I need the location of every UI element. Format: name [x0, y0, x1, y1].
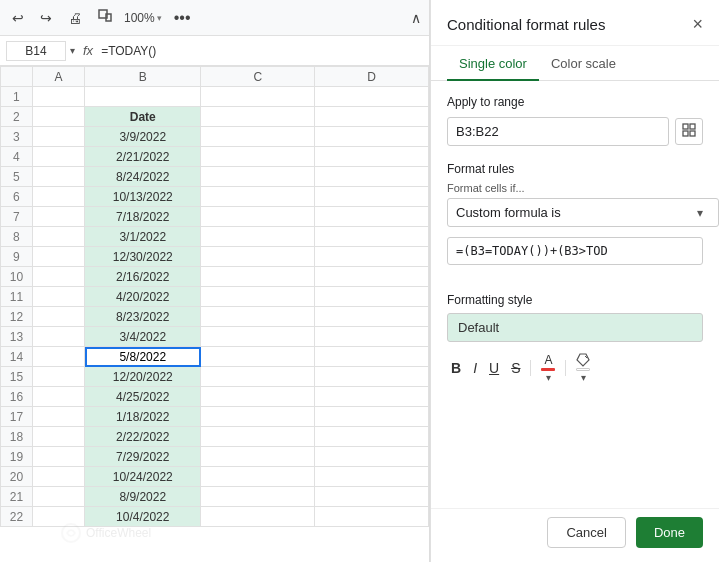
- cell-a[interactable]: [32, 347, 84, 367]
- cell-c[interactable]: [201, 367, 315, 387]
- cell-b[interactable]: Date: [85, 107, 201, 127]
- cell-c[interactable]: [201, 87, 315, 107]
- cell-c[interactable]: [201, 287, 315, 307]
- cell-a[interactable]: [32, 267, 84, 287]
- cell-c[interactable]: [201, 147, 315, 167]
- cell-b[interactable]: 1/18/2022: [85, 407, 201, 427]
- font-color-button[interactable]: A ▾: [537, 352, 559, 384]
- paint-format-button[interactable]: [94, 7, 116, 28]
- cell-a[interactable]: [32, 107, 84, 127]
- cell-d[interactable]: [315, 407, 429, 427]
- print-button[interactable]: 🖨: [64, 8, 86, 28]
- col-header-a[interactable]: A: [32, 67, 84, 87]
- redo-button[interactable]: ↪: [36, 8, 56, 28]
- undo-button[interactable]: ↩: [8, 8, 28, 28]
- cell-d[interactable]: [315, 227, 429, 247]
- cell-d[interactable]: [315, 447, 429, 467]
- cell-b[interactable]: 4/20/2022: [85, 287, 201, 307]
- done-button[interactable]: Done: [636, 517, 703, 548]
- cell-c[interactable]: [201, 387, 315, 407]
- cell-c[interactable]: [201, 187, 315, 207]
- cell-d[interactable]: [315, 127, 429, 147]
- cell-a[interactable]: [32, 87, 84, 107]
- range-input[interactable]: [447, 117, 669, 146]
- cell-d[interactable]: [315, 327, 429, 347]
- cell-d[interactable]: [315, 247, 429, 267]
- tab-single-color[interactable]: Single color: [447, 46, 539, 81]
- collapse-button[interactable]: ∧: [411, 10, 421, 26]
- cell-a[interactable]: [32, 147, 84, 167]
- cell-c[interactable]: [201, 427, 315, 447]
- bold-button[interactable]: B: [447, 358, 465, 378]
- cell-d[interactable]: [315, 387, 429, 407]
- cell-a[interactable]: [32, 427, 84, 447]
- zoom-control[interactable]: 100% ▾: [124, 11, 162, 25]
- cell-a[interactable]: [32, 307, 84, 327]
- col-header-c[interactable]: C: [201, 67, 315, 87]
- cell-d[interactable]: [315, 107, 429, 127]
- cell-b[interactable]: 2/21/2022: [85, 147, 201, 167]
- cell-d[interactable]: [315, 487, 429, 507]
- cell-d[interactable]: [315, 267, 429, 287]
- cell-d[interactable]: [315, 467, 429, 487]
- cell-c[interactable]: [201, 167, 315, 187]
- cell-d[interactable]: [315, 347, 429, 367]
- cell-a[interactable]: [32, 187, 84, 207]
- strikethrough-button[interactable]: S: [507, 358, 524, 378]
- cell-a[interactable]: [32, 207, 84, 227]
- cell-c[interactable]: [201, 127, 315, 147]
- cell-b[interactable]: 3/4/2022: [85, 327, 201, 347]
- cell-c[interactable]: [201, 107, 315, 127]
- cell-a[interactable]: [32, 247, 84, 267]
- cell-b[interactable]: 3/9/2022: [85, 127, 201, 147]
- cell-a[interactable]: [32, 447, 84, 467]
- cell-d[interactable]: [315, 207, 429, 227]
- cell-a[interactable]: [32, 487, 84, 507]
- cell-a[interactable]: [32, 467, 84, 487]
- col-header-d[interactable]: D: [315, 67, 429, 87]
- cell-c[interactable]: [201, 407, 315, 427]
- cell-d[interactable]: [315, 287, 429, 307]
- cell-a[interactable]: [32, 367, 84, 387]
- cell-c[interactable]: [201, 227, 315, 247]
- fill-color-button[interactable]: ▾: [572, 352, 594, 384]
- tab-color-scale[interactable]: Color scale: [539, 46, 628, 81]
- cell-b[interactable]: 12/20/2022: [85, 367, 201, 387]
- cell-c[interactable]: [201, 347, 315, 367]
- cell-c[interactable]: [201, 247, 315, 267]
- cell-a[interactable]: [32, 387, 84, 407]
- cell-a[interactable]: [32, 327, 84, 347]
- cell-b[interactable]: 4/25/2022: [85, 387, 201, 407]
- underline-button[interactable]: U: [485, 358, 503, 378]
- cell-c[interactable]: [201, 487, 315, 507]
- cell-b[interactable]: 3/1/2022: [85, 227, 201, 247]
- cell-a[interactable]: [32, 127, 84, 147]
- cell-b[interactable]: 7/29/2022: [85, 447, 201, 467]
- cell-b[interactable]: [85, 87, 201, 107]
- sidebar-close-button[interactable]: ×: [692, 14, 703, 35]
- cell-b[interactable]: 10/24/2022: [85, 467, 201, 487]
- cell-a[interactable]: [32, 287, 84, 307]
- cell-c[interactable]: [201, 207, 315, 227]
- cell-d[interactable]: [315, 87, 429, 107]
- cell-c[interactable]: [201, 447, 315, 467]
- cell-a[interactable]: [32, 167, 84, 187]
- cell-c[interactable]: [201, 307, 315, 327]
- cell-d[interactable]: [315, 367, 429, 387]
- cell-c[interactable]: [201, 507, 315, 527]
- cell-d[interactable]: [315, 507, 429, 527]
- cell-a[interactable]: [32, 227, 84, 247]
- cell-d[interactable]: [315, 187, 429, 207]
- cell-b[interactable]: 8/23/2022: [85, 307, 201, 327]
- cell-b[interactable]: 8/24/2022: [85, 167, 201, 187]
- cell-d[interactable]: [315, 307, 429, 327]
- cell-b[interactable]: 10/13/2022: [85, 187, 201, 207]
- cell-d[interactable]: [315, 167, 429, 187]
- col-header-b[interactable]: B: [85, 67, 201, 87]
- cell-d[interactable]: [315, 147, 429, 167]
- cell-c[interactable]: [201, 267, 315, 287]
- cancel-button[interactable]: Cancel: [547, 517, 625, 548]
- cell-b[interactable]: 12/30/2022: [85, 247, 201, 267]
- cell-b[interactable]: 2/22/2022: [85, 427, 201, 447]
- cell-b[interactable]: 2/16/2022: [85, 267, 201, 287]
